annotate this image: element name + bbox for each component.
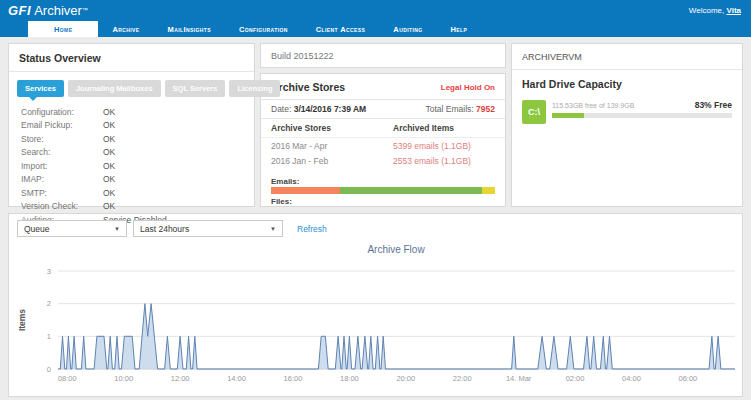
y-tick-label: 2 <box>47 299 51 308</box>
status-item-value: OK <box>103 174 115 184</box>
status-row-store-: Store:OK <box>21 132 244 146</box>
status-item-label: SMTP: <box>21 188 103 198</box>
status-row-email-pickup-: Email Pickup:OK <box>21 119 244 133</box>
archive-stores-title: Archive Stores <box>271 81 345 93</box>
drive-usage-bar <box>552 113 732 118</box>
store-items: 2553 emails (1.1GB) <box>393 156 495 166</box>
bar-segment <box>271 187 340 194</box>
main-nav: HomeArchiveMailInsightsConfigurationClie… <box>0 21 751 37</box>
y-tick-label: 3 <box>47 267 51 276</box>
total-emails: Total Emails: 7952 <box>426 104 495 114</box>
chevron-down-icon: ▼ <box>114 226 120 232</box>
status-tab-sql-servers[interactable]: SQL Servers <box>165 80 226 97</box>
table-row: 2016 Jan - Feb2553 emails (1.1GB) <box>261 153 505 168</box>
archive-info-row: Date: 3/14/2016 7:39 AM Total Emails: 79… <box>261 99 505 119</box>
drive-c-icon: C:\ <box>522 100 546 124</box>
archive-date: Date: 3/14/2016 7:39 AM <box>271 104 366 114</box>
queue-select-value: Queue <box>24 224 50 234</box>
time-range-select[interactable]: Last 24hours ▼ <box>133 220 283 237</box>
logo-gfi-text: GFI <box>8 3 31 18</box>
table-row: 2016 Mar - Apr5399 emails (1.1GB) <box>261 138 505 153</box>
x-tick-label: 20:00 <box>396 374 415 383</box>
queue-select[interactable]: Queue ▼ <box>17 220 127 237</box>
drive-usage-fill <box>552 113 584 118</box>
user-link[interactable]: Vita <box>726 6 741 15</box>
x-tick-label: 18:00 <box>340 374 359 383</box>
status-item-value: OK <box>103 201 115 211</box>
server-body: Hard Drive Capacity C:\ 115.53GB free of… <box>512 70 742 132</box>
status-item-label: Import: <box>21 161 103 171</box>
archive-stores-titlerow: Archive Stores Legal Hold On <box>261 74 505 99</box>
status-tab-services[interactable]: Services <box>17 80 64 97</box>
status-item-label: IMAP: <box>21 174 103 184</box>
welcome-text: Welcome, Vita <box>689 6 741 15</box>
trademark-mark: ™ <box>82 7 88 13</box>
status-item-value: OK <box>103 134 115 144</box>
services-status-list: Configuration:OKEmail Pickup:OKStore:OKS… <box>9 97 254 227</box>
status-row-smtp-: SMTP:OK <box>21 186 244 200</box>
archive-table-body: 2016 Mar - Apr5399 emails (1.1GB)2016 Ja… <box>261 138 505 168</box>
x-tick-label: 12:00 <box>171 374 190 383</box>
col-archived-items: Archived Items <box>393 123 495 133</box>
col-archive-stores: Archive Stores <box>271 123 393 133</box>
logo-row: GFIArchiver™ Welcome, Vita <box>0 0 751 21</box>
archive-flow-panel: Queue ▼ Last 24hours ▼ Refresh Archive F… <box>8 213 743 397</box>
welcome-prefix: Welcome, <box>689 6 724 15</box>
status-row-import-: Import:OK <box>21 159 244 173</box>
store-name: 2016 Jan - Feb <box>271 156 393 166</box>
chevron-down-icon: ▼ <box>270 226 276 232</box>
drive-detail-text: 115.53GB free of 139.9GB <box>552 102 634 109</box>
status-row-configuration-: Configuration:OK <box>21 105 244 119</box>
status-tabs: ServicesJournaling MailboxesSQL ServersL… <box>9 72 254 97</box>
dashboard-top-row: Status Overview ServicesJournaling Mailb… <box>8 43 743 207</box>
archive-table-header: Archive Stores Archived Items <box>261 119 505 138</box>
y-axis-label: Items <box>17 309 27 331</box>
status-tab-licensing[interactable]: Licensing <box>229 80 280 97</box>
store-name: 2016 Mar - Apr <box>271 141 393 151</box>
status-row-imap-: IMAP:OK <box>21 173 244 187</box>
status-item-value: OK <box>103 120 115 130</box>
x-tick-label: 04:00 <box>622 374 641 383</box>
x-tick-label: 10:00 <box>114 374 133 383</box>
x-tick-label: 02:00 <box>566 374 585 383</box>
refresh-link[interactable]: Refresh <box>297 224 327 234</box>
nav-tab-mailinsights[interactable]: MailInsights <box>154 21 225 37</box>
x-tick-label: 14. Mar <box>506 374 532 383</box>
drive-row: C:\ 115.53GB free of 139.9GB 83% Free <box>522 100 732 124</box>
nav-tab-home[interactable]: Home <box>28 21 98 37</box>
nav-tab-configuration[interactable]: Configuration <box>225 21 302 37</box>
range-select-value: Last 24hours <box>140 224 189 234</box>
archive-flow-svg: Archive Flow0123Items08:0010:0012:0014:0… <box>13 241 746 393</box>
drive-free-label: 83% Free <box>695 100 732 110</box>
files-bar-label: Files: <box>271 197 495 206</box>
legal-hold-status[interactable]: Legal Hold On <box>441 83 495 92</box>
status-item-value: OK <box>103 188 115 198</box>
gfi-archiver-app: GFIArchiver™ Welcome, Vita HomeArchiveMa… <box>0 0 751 400</box>
nav-tab-auditing[interactable]: Auditing <box>379 21 436 37</box>
emails-bar-label: Emails: <box>271 177 495 186</box>
status-overview-title: Status Overview <box>9 44 254 72</box>
status-tab-journaling-mailboxes[interactable]: Journaling Mailboxes <box>68 80 161 97</box>
drive-info: 115.53GB free of 139.9GB 83% Free <box>552 100 732 118</box>
archive-flow-chart: Archive Flow0123Items08:0010:0012:0014:0… <box>9 241 742 397</box>
status-item-value: OK <box>103 161 115 171</box>
server-name: ARCHIVERVM <box>512 44 742 70</box>
status-item-label: Search: <box>21 147 103 157</box>
content-bars: Emails: Files: <box>261 168 505 207</box>
y-tick-label: 0 <box>47 365 51 374</box>
x-tick-label: 22:00 <box>453 374 472 383</box>
middle-column: Build 20151222 Archive Stores Legal Hold… <box>260 43 506 207</box>
status-row-version-check-: Version Check:OK <box>21 200 244 214</box>
nav-tab-client-access[interactable]: Client Access <box>302 21 380 37</box>
hard-drive-capacity-title: Hard Drive Capacity <box>522 78 732 90</box>
status-item-value: OK <box>103 147 115 157</box>
nav-tab-help[interactable]: Help <box>436 21 481 37</box>
bar-segment <box>482 187 495 194</box>
x-tick-label: 08:00 <box>58 374 77 383</box>
y-tick-label: 1 <box>47 332 51 341</box>
gfi-archiver-logo: GFIArchiver™ <box>8 0 88 21</box>
emails-bar <box>271 187 495 194</box>
status-item-value: OK <box>103 107 115 117</box>
top-header: GFIArchiver™ Welcome, Vita HomeArchiveMa… <box>0 0 751 37</box>
nav-tab-archive[interactable]: Archive <box>98 21 153 37</box>
